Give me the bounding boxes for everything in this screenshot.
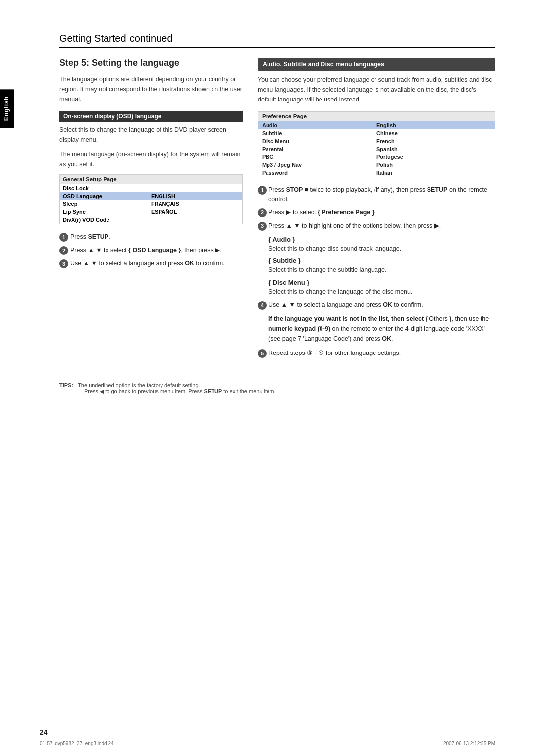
step-heading: Step 5: Setting the language bbox=[59, 58, 243, 68]
setup-table-header: General Setup Page bbox=[60, 175, 242, 184]
right-border-line bbox=[505, 30, 505, 726]
right-step-text-4: Use ▲ ▼ to select a language and press O… bbox=[268, 301, 495, 310]
right-step-3: 3 Press ▲ ▼ to highlight one of the opti… bbox=[258, 221, 495, 231]
step-num-2: 2 bbox=[59, 246, 68, 255]
right-step-num-2: 2 bbox=[258, 208, 267, 217]
pref-name-audio: Audio bbox=[262, 122, 376, 128]
left-step-2: 2 Press ▲ ▼ to select { OSD Language }, … bbox=[59, 246, 243, 255]
pref-table-rows: Audio English Subtitle Chinese Disc Menu… bbox=[258, 121, 495, 177]
pref-val-mp3: Polish bbox=[376, 162, 491, 168]
step-num-3: 3 bbox=[59, 259, 68, 268]
pref-row-disc-menu: Disc Menu French bbox=[258, 137, 495, 145]
right-step-text-1: Press STOP ■ twice to stop playback, (if… bbox=[268, 185, 495, 204]
right-step4-list: 4 Use ▲ ▼ to select a language and press… bbox=[258, 301, 495, 310]
right-step-text-2: Press ▶ to select { Preference Page }. bbox=[268, 208, 495, 217]
pref-name-password: Password bbox=[262, 170, 376, 176]
right-step-num-5: 5 bbox=[258, 349, 267, 358]
pref-row-mp3: Mp3 / Jpeg Nav Polish bbox=[258, 161, 495, 169]
right-step-num-1: 1 bbox=[258, 186, 267, 195]
step-num-1: 1 bbox=[59, 233, 68, 242]
pref-row-parental: Parental Spanish bbox=[258, 145, 495, 153]
pref-name-disc-menu: Disc Menu bbox=[262, 138, 376, 144]
pref-row-pbc: PBC Portugese bbox=[258, 153, 495, 161]
right-step-1: 1 Press STOP ■ twice to stop playback, (… bbox=[258, 185, 495, 204]
footer-info: 01-57_dvp5982_37_eng3.indd 24 2007-06-13… bbox=[40, 741, 495, 746]
setup-col-disc-lock-name: Disc Lock bbox=[63, 185, 151, 191]
tips-row1: TIPS: The underlined option is the facto… bbox=[59, 382, 495, 388]
sub-section-disc-menu-title: { Disc Menu } bbox=[268, 279, 495, 286]
setup-col-sleep-name: Sleep bbox=[63, 201, 151, 207]
sub-section-audio-title: { Audio } bbox=[268, 236, 495, 243]
footer-left: 01-57_dvp5982_37_eng3.indd 24 bbox=[40, 741, 114, 746]
setup-col-disc-lock-val bbox=[151, 185, 239, 191]
sub-section-subtitle-title: { Subtitle } bbox=[268, 257, 495, 264]
pref-row-password: Password Italian bbox=[258, 169, 495, 177]
osd-section-header: On-screen display (OSD) language bbox=[59, 111, 243, 122]
right-intro-text: You can choose your preferred language o… bbox=[258, 75, 495, 104]
setup-col-divx-val bbox=[151, 217, 239, 223]
title-main: Getting Started bbox=[59, 33, 126, 44]
sub-section-subtitle: { Subtitle } Select this to change the s… bbox=[268, 257, 495, 275]
pref-val-parental: Spanish bbox=[376, 146, 491, 152]
setup-col-divx-name: DivX(r) VOD Code bbox=[63, 217, 151, 223]
setup-col-sleep-val: FRANÇAIS bbox=[151, 201, 239, 207]
right-step-2: 2 Press ▶ to select { Preference Page }. bbox=[258, 208, 495, 217]
footer-right: 2007-06-13 2:12:55 PM bbox=[443, 741, 495, 746]
setup-row-osd-language: OSD Language ENGLISH bbox=[60, 192, 242, 200]
setup-row-divx: DivX(r) VOD Code bbox=[60, 216, 242, 224]
tips-section: TIPS: The underlined option is the facto… bbox=[59, 378, 495, 395]
pref-table-header: Preference Page bbox=[258, 112, 495, 121]
tips-label: TIPS: bbox=[59, 382, 73, 388]
left-step-3: 3 Use ▲ ▼ to select a language and press… bbox=[59, 259, 243, 268]
right-step-text-5: Repeat steps ③ - ④ for other language se… bbox=[268, 349, 495, 358]
pref-name-pbc: PBC bbox=[262, 154, 376, 160]
setup-row-disc-lock: Disc Lock bbox=[60, 184, 242, 192]
right-step-text-3: Press ▲ ▼ to highlight one of the option… bbox=[268, 221, 495, 231]
preference-page-table: Preference Page Audio English Subtitle C… bbox=[258, 111, 495, 177]
page-container: English Getting Started continued Step 5… bbox=[0, 0, 535, 756]
two-col-layout: Step 5: Setting the language The languag… bbox=[59, 58, 495, 363]
right-section-header: Audio, Subtitle and Disc menu languages bbox=[258, 58, 495, 71]
general-setup-table: General Setup Page Disc Lock OSD Languag… bbox=[59, 174, 243, 224]
right-step-num-4: 4 bbox=[258, 301, 267, 310]
tips-row2: Press ◀ to go back to previous menu item… bbox=[84, 388, 495, 395]
pref-val-audio: English bbox=[376, 122, 491, 128]
setup-col-osd-name: OSD Language bbox=[63, 193, 151, 199]
right-step-5: 5 Repeat steps ③ - ④ for other language … bbox=[258, 349, 495, 358]
pref-name-parental: Parental bbox=[262, 146, 376, 152]
right-column: Audio, Subtitle and Disc menu languages … bbox=[258, 58, 495, 363]
setup-col-osd-val: ENGLISH bbox=[151, 193, 239, 199]
page-title: Getting Started continued bbox=[59, 30, 495, 48]
sub-section-subtitle-text: Select this to change the subtitle langu… bbox=[268, 265, 495, 275]
pref-name-mp3: Mp3 / Jpeg Nav bbox=[262, 162, 376, 168]
pref-name-subtitle: Subtitle bbox=[262, 130, 376, 136]
setup-col-lipsync-val: ESPAÑOL bbox=[151, 209, 239, 215]
pref-val-pbc: Portugese bbox=[376, 154, 491, 160]
setup-row-lip-sync: Lip Sync ESPAÑOL bbox=[60, 208, 242, 216]
pref-row-subtitle: Subtitle Chinese bbox=[258, 129, 495, 137]
right-steps-list: 1 Press STOP ■ twice to stop playback, (… bbox=[258, 185, 495, 231]
page-number: 24 bbox=[40, 728, 48, 736]
sub-section-audio: { Audio } Select this to change disc sou… bbox=[268, 236, 495, 253]
sub-section-disc-menu: { Disc Menu } Select this to change the … bbox=[268, 279, 495, 297]
right-step-num-3: 3 bbox=[258, 222, 267, 231]
pref-val-subtitle: Chinese bbox=[376, 130, 491, 136]
pref-val-password: Italian bbox=[376, 170, 491, 176]
pref-val-disc-menu: French bbox=[376, 138, 491, 144]
left-border-line bbox=[30, 30, 30, 726]
english-tab: English bbox=[0, 89, 14, 128]
tips-text2: Press ◀ to go back to previous menu item… bbox=[84, 388, 275, 394]
intro-text: The language options are different depen… bbox=[59, 74, 243, 104]
tips-text1: The underlined option is the factory def… bbox=[75, 382, 200, 388]
sub-section-disc-menu-text: Select this to change the language of th… bbox=[268, 287, 495, 297]
step-text-1: Press SETUP. bbox=[70, 232, 243, 242]
right-step-4: 4 Use ▲ ▼ to select a language and press… bbox=[258, 301, 495, 310]
sub-section-audio-text: Select this to change disc sound track l… bbox=[268, 244, 495, 253]
step-text-2: Press ▲ ▼ to select { OSD Language }, th… bbox=[70, 246, 243, 255]
left-column: Step 5: Setting the language The languag… bbox=[59, 58, 243, 272]
step-text-3: Use ▲ ▼ to select a language and press O… bbox=[70, 259, 243, 268]
osd-text1: Select this to change the language of th… bbox=[59, 125, 243, 145]
right-step5-list: 5 Repeat steps ③ - ④ for other language … bbox=[258, 349, 495, 358]
pref-row-audio: Audio English bbox=[258, 121, 495, 129]
setup-col-lipsync-name: Lip Sync bbox=[63, 209, 151, 215]
